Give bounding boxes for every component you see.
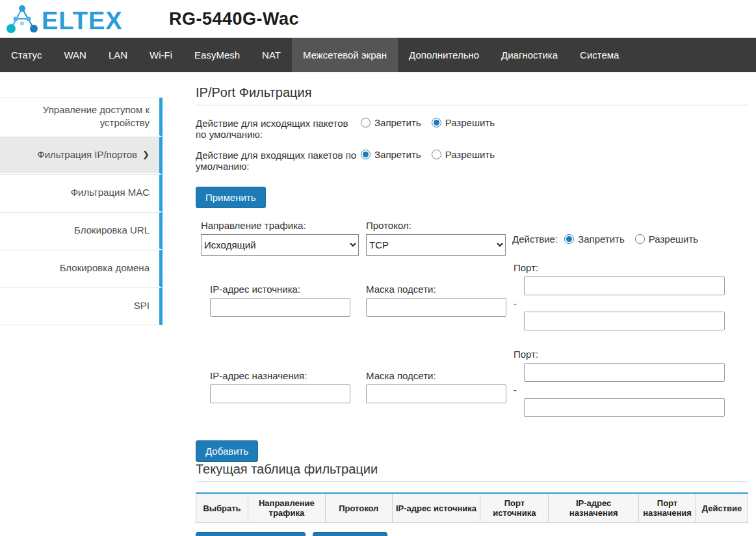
dest-port-from-input[interactable] <box>524 363 725 382</box>
sidebar-item-spi[interactable]: SPI <box>0 288 163 325</box>
direction-label: Направление трафика: <box>201 220 359 231</box>
svg-text:ELTEX: ELTEX <box>42 7 123 34</box>
incoming-allow-label: Разрешить <box>445 149 495 160</box>
col-action: Действие <box>696 493 748 523</box>
action-label: Действие: <box>512 234 558 245</box>
source-ip-input[interactable] <box>210 298 350 317</box>
sidebar-item-label: SPI <box>134 299 150 312</box>
protocol-label: Протокол: <box>366 220 506 231</box>
action-deny-radio[interactable] <box>564 234 574 244</box>
col-select: Выбрать <box>196 493 248 523</box>
sidebar-item-mac-filter[interactable]: Фильтрация MAC <box>0 174 163 212</box>
dest-ip-input[interactable] <box>210 384 350 403</box>
col-dest-ip: IP-адрес назначения <box>549 493 639 523</box>
sidebar-item-label: Блокировка домена <box>60 261 150 275</box>
incoming-deny-radio[interactable] <box>361 150 371 159</box>
sidebar-item-label: Управление доступом к устройству <box>18 103 150 130</box>
main-nav: Статус WAN LAN Wi-Fi EasyMesh NAT Межсет… <box>0 38 756 72</box>
action-deny-option[interactable]: Запретить <box>564 234 625 245</box>
sidebar-item-domain-block[interactable]: Блокировка домена <box>0 250 163 288</box>
add-button[interactable]: Добавить <box>196 440 258 462</box>
source-port-label: Порт: <box>514 262 725 273</box>
dest-ip-label: IP-адрес назначения: <box>210 370 350 381</box>
outgoing-deny-option[interactable]: Запретить <box>361 117 421 128</box>
delete-selected-button[interactable]: Удалить выбранное <box>196 532 306 536</box>
delete-all-button[interactable]: Удалить все <box>313 532 387 536</box>
sidebar-item-label: Блокировка URL <box>74 224 150 237</box>
nav-tab-status[interactable]: Статус <box>0 38 53 72</box>
dest-port-label: Порт: <box>514 349 725 360</box>
incoming-default-label: Действие для входящих пакетов по умолчан… <box>196 149 361 172</box>
nav-tab-easymesh[interactable]: EasyMesh <box>183 38 251 72</box>
outgoing-default-row: Действие для исходящих пакетов по умолча… <box>196 117 748 141</box>
outgoing-allow-option[interactable]: Разрешить <box>432 117 495 128</box>
col-protocol: Протокол <box>325 493 392 523</box>
nav-tab-diagnostics[interactable]: Диагностика <box>490 38 569 72</box>
rule-form-row-3: IP-адрес назначения: Маска подсети: Порт… <box>196 349 748 417</box>
page: ELTEX RG-5440G-Wac Статус WAN LAN Wi-Fi … <box>0 0 756 536</box>
incoming-allow-option[interactable]: Разрешить <box>432 149 495 160</box>
action-allow-radio[interactable] <box>635 234 645 244</box>
col-dest-port: Порт назначения <box>639 493 696 523</box>
nav-tab-lan[interactable]: LAN <box>98 38 138 72</box>
action-deny-label: Запретить <box>578 234 625 245</box>
rule-form-row-1: Направление трафика: Исходящий Протокол:… <box>201 220 748 256</box>
filter-table-header-row: Выбрать Направление трафика Протокол IP-… <box>196 493 748 523</box>
outgoing-default-label: Действие для исходящих пакетов по умолча… <box>196 117 361 141</box>
header: ELTEX RG-5440G-Wac <box>0 0 756 38</box>
source-port-from-input[interactable] <box>524 276 725 295</box>
action-allow-option[interactable]: Разрешить <box>635 234 698 245</box>
protocol-select[interactable]: TCP <box>366 234 506 256</box>
sidebar-item-label: Фильтрация MAC <box>71 186 150 199</box>
rule-form-row-2: IP-адрес источника: Маска подсети: Порт:… <box>196 262 748 330</box>
col-direction: Направление трафика <box>248 493 325 523</box>
dest-mask-label: Маска подсети: <box>366 370 506 381</box>
incoming-deny-label: Запретить <box>374 149 421 160</box>
outgoing-allow-label: Разрешить <box>445 117 495 128</box>
divider <box>196 105 748 105</box>
nav-tab-nat[interactable]: NAT <box>251 38 292 72</box>
main-content: IP/Port Фильтрация Действие для исходящи… <box>163 72 756 536</box>
source-ip-label: IP-адрес источника: <box>210 284 350 295</box>
source-mask-label: Маска подсети: <box>366 284 506 295</box>
dest-mask-input[interactable] <box>366 384 506 403</box>
nav-tab-system[interactable]: Система <box>569 38 630 72</box>
table-actions: Удалить выбранное Удалить все <box>196 532 748 536</box>
port-range-separator: - <box>514 298 725 309</box>
incoming-allow-radio[interactable] <box>432 150 441 159</box>
sidebar-item-label: Фильтрация IP/портов <box>37 148 137 161</box>
nav-tab-wifi[interactable]: Wi-Fi <box>138 38 183 72</box>
direction-select[interactable]: Исходящий <box>201 234 359 256</box>
sidebar-item-ip-port-filter[interactable]: Фильтрация IP/портов ❯ <box>0 137 163 174</box>
col-source-port: Порт источника <box>480 493 549 523</box>
sidebar-item-access-control[interactable]: Управление доступом к устройству <box>0 98 163 137</box>
nav-tab-wan[interactable]: WAN <box>53 38 97 72</box>
incoming-deny-option[interactable]: Запретить <box>361 149 421 160</box>
incoming-default-row: Действие для входящих пакетов по умолчан… <box>196 149 748 172</box>
outgoing-deny-radio[interactable] <box>361 118 371 127</box>
outgoing-allow-radio[interactable] <box>432 118 441 127</box>
source-port-to-input[interactable] <box>524 312 725 330</box>
port-range-separator: - <box>514 384 725 395</box>
apply-button[interactable]: Применить <box>196 187 266 208</box>
sidebar: Управление доступом к устройству Фильтра… <box>0 72 163 325</box>
dest-port-to-input[interactable] <box>524 398 725 417</box>
page-title: IP/Port Фильтрация <box>196 85 748 100</box>
source-mask-input[interactable] <box>366 298 506 317</box>
action-allow-label: Разрешить <box>649 234 698 245</box>
col-source-ip: IP-адрес источника <box>392 493 480 523</box>
chevron-right-icon: ❯ <box>142 149 150 161</box>
filter-table: Выбрать Направление трафика Протокол IP-… <box>196 492 748 523</box>
outgoing-deny-label: Запретить <box>374 117 421 128</box>
device-title: RG-5440G-Wac <box>169 9 299 29</box>
nav-tab-firewall[interactable]: Межсетевой экран <box>292 38 398 72</box>
sidebar-item-url-block[interactable]: Блокировка URL <box>0 212 163 250</box>
divider <box>196 481 748 482</box>
eltex-logo-icon: ELTEX <box>5 4 129 34</box>
nav-tab-advanced[interactable]: Дополнительно <box>398 38 490 72</box>
filter-table-title: Текущая таблица фильтрации <box>196 462 748 477</box>
